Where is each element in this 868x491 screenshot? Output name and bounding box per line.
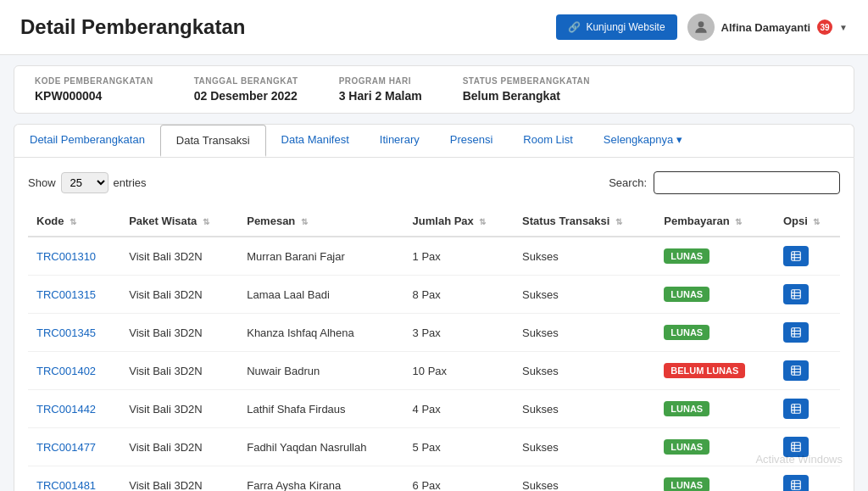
cell-status: Sukses: [514, 428, 655, 466]
status-badge: LUNAS: [664, 287, 709, 302]
kode-link[interactable]: TRC001442: [36, 403, 96, 416]
svg-point-0: [698, 21, 704, 27]
sort-icon: ⇅: [203, 217, 209, 226]
svg-rect-13: [792, 366, 801, 376]
show-entries: Show 25 10 50 100 entries: [28, 172, 147, 193]
search-area: Search:: [609, 171, 840, 194]
detail-button[interactable]: [783, 475, 809, 491]
cell-paket: Visit Bali 3D2N: [120, 352, 238, 390]
detail-button[interactable]: [783, 246, 809, 266]
show-label: Show: [28, 176, 56, 189]
tab-data-manifest[interactable]: Data Manifest: [266, 125, 364, 157]
cell-opsi: [775, 466, 840, 492]
status-badge: LUNAS: [664, 401, 709, 416]
table-row: TRC001481 Visit Bali 3D2N Farra Aysha Ki…: [28, 466, 840, 492]
sort-icon: ⇅: [301, 217, 308, 226]
user-menu[interactable]: Alfina Damayanti 39 ▼: [687, 14, 848, 41]
cell-opsi: [775, 314, 840, 352]
info-bar: KODE PEMBERANGKATAN KPW000004 TANGGAL BE…: [14, 65, 854, 114]
kode-link[interactable]: TRC001345: [36, 326, 96, 339]
table-controls: Show 25 10 50 100 entries Search:: [28, 171, 840, 194]
cell-pembayaran: BELUM LUNAS: [655, 352, 775, 390]
tanggal-info: TANGGAL BERANGKAT 02 Desember 2022: [194, 76, 298, 103]
cell-pax: 3 Pax: [404, 314, 515, 352]
col-pemesan: Pemesan ⇅: [238, 206, 403, 237]
kode-link[interactable]: TRC001310: [36, 250, 96, 263]
cell-paket: Visit Bali 3D2N: [120, 276, 238, 314]
tab-room-list[interactable]: Room List: [508, 125, 588, 157]
cell-paket: Visit Bali 3D2N: [120, 466, 238, 492]
status-info: STATUS PEMBERANGKATAN Belum Berangkat: [463, 76, 590, 103]
col-kode: Kode ⇅: [28, 206, 120, 237]
program-value: 3 Hari 2 Malam: [339, 89, 422, 103]
status-badge: LUNAS: [664, 325, 709, 340]
cell-pemesan: Khanza Ishfaq Alhena: [238, 314, 403, 352]
table-row: TRC001310 Visit Bali 3D2N Murran Barani …: [28, 237, 840, 276]
cell-pemesan: Murran Barani Fajar: [238, 237, 403, 276]
tab-data-transaksi[interactable]: Data Transaksi: [160, 125, 266, 157]
svg-rect-9: [792, 328, 801, 338]
cell-pemesan: Nuwair Badrun: [238, 352, 403, 390]
detail-button[interactable]: [783, 437, 809, 457]
kode-link[interactable]: TRC001315: [36, 288, 96, 301]
cell-pembayaran: LUNAS: [655, 390, 775, 428]
detail-button[interactable]: [783, 322, 809, 343]
status-label: STATUS PEMBERANGKATAN: [463, 76, 590, 86]
user-name: Alfina Damayanti: [721, 21, 810, 34]
tab-itinerary[interactable]: Itinerary: [364, 125, 435, 157]
cell-status: Sukses: [514, 314, 655, 352]
cell-opsi: [775, 428, 840, 466]
search-input[interactable]: [654, 171, 840, 194]
table-row: TRC001402 Visit Bali 3D2N Nuwair Badrun …: [28, 352, 840, 390]
search-label: Search:: [609, 176, 647, 189]
tanggal-label: TANGGAL BERANGKAT: [194, 76, 298, 86]
header: Detail Pemberangkatan 🔗 Kunjungi Website…: [0, 0, 868, 55]
cell-paket: Visit Bali 3D2N: [120, 390, 238, 428]
col-opsi: Opsi ⇅: [775, 206, 840, 237]
cell-status: Sukses: [514, 390, 655, 428]
status-badge: LUNAS: [664, 439, 709, 455]
cell-pemesan: Fadhil Yaqdan Nasrullah: [238, 428, 403, 466]
table-header-row: Kode ⇅ Paket Wisata ⇅ Pemesan ⇅ Jumlah P…: [28, 206, 840, 237]
kode-link[interactable]: TRC001477: [36, 441, 96, 454]
detail-button[interactable]: [783, 284, 809, 304]
chevron-down-icon: ▼: [839, 23, 848, 32]
tab-selengkapnya[interactable]: Selengkapnya ▾: [588, 125, 698, 157]
cell-pax: 5 Pax: [404, 428, 515, 466]
status-badge: BELUM LUNAS: [664, 363, 745, 378]
cell-opsi: [775, 276, 840, 314]
status-value: Belum Berangkat: [463, 89, 560, 103]
cell-kode: TRC001310: [28, 237, 120, 276]
cell-paket: Visit Bali 3D2N: [120, 314, 238, 352]
svg-rect-17: [792, 405, 801, 414]
entries-select[interactable]: 25 10 50 100: [61, 172, 108, 193]
tab-presensi[interactable]: Presensi: [435, 125, 509, 157]
cell-kode: TRC001345: [28, 314, 120, 352]
cell-pemesan: Lathif Shafa Firdaus: [238, 390, 403, 428]
page-title: Detail Pemberangkatan: [20, 15, 245, 39]
kode-info: KODE PEMBERANGKATAN KPW000004: [35, 76, 153, 103]
cell-status: Sukses: [514, 237, 655, 276]
cell-pembayaran: LUNAS: [655, 314, 775, 352]
status-badge: LUNAS: [664, 477, 709, 491]
program-info: PROGRAM HARI 3 Hari 2 Malam: [339, 76, 422, 103]
cell-pemesan: Farra Aysha Kirana: [238, 466, 403, 492]
visit-website-button[interactable]: 🔗 Kunjungi Website: [556, 14, 676, 40]
kode-link[interactable]: TRC001402: [36, 365, 96, 377]
tab-detail-pemberangkatan[interactable]: Detail Pemberangkatan: [14, 125, 160, 157]
kode-link[interactable]: TRC001481: [36, 479, 96, 492]
svg-rect-21: [792, 443, 801, 452]
sort-icon: ⇅: [615, 217, 622, 226]
svg-rect-5: [792, 290, 801, 299]
cell-kode: TRC001481: [28, 466, 120, 492]
col-pax: Jumlah Pax ⇅: [404, 206, 515, 237]
detail-button[interactable]: [783, 399, 809, 419]
sort-icon: ⇅: [735, 217, 742, 226]
cell-pembayaran: LUNAS: [655, 466, 775, 492]
status-badge: LUNAS: [664, 248, 709, 264]
cell-opsi: [775, 237, 840, 276]
table-row: TRC001477 Visit Bali 3D2N Fadhil Yaqdan …: [28, 428, 840, 466]
cell-pax: 4 Pax: [404, 390, 515, 428]
transactions-table: Kode ⇅ Paket Wisata ⇅ Pemesan ⇅ Jumlah P…: [28, 206, 840, 491]
detail-button[interactable]: [783, 360, 809, 381]
